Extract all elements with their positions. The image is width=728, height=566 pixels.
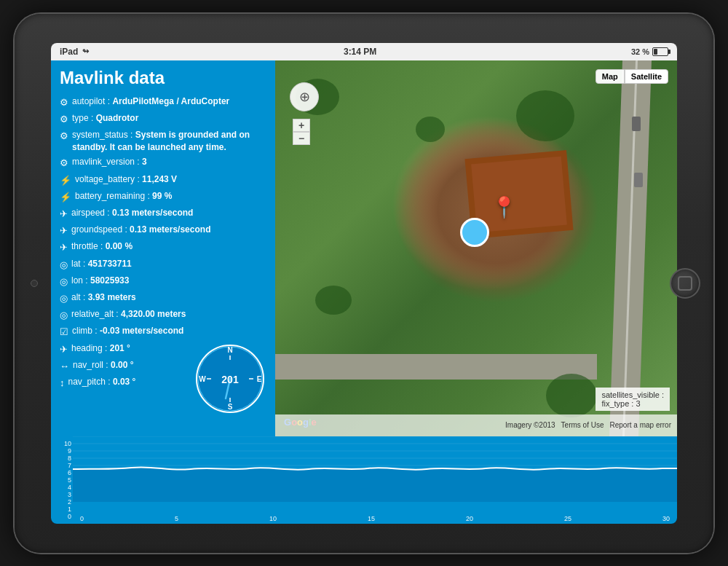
svg-text:201: 201 xyxy=(221,374,239,385)
status-bar-time: 3:14 PM xyxy=(344,47,376,57)
groundspeed-item: ✈ groundspeed : 0.13 meters/second xyxy=(60,224,266,237)
location-icon-4: ◎ xyxy=(60,309,68,322)
x-label-10: 10 xyxy=(269,515,277,522)
plane-icon-3: ✈ xyxy=(60,241,68,254)
battery-percent: 32 % xyxy=(631,47,649,56)
y-label-8: 8 xyxy=(52,455,71,462)
nav-roll-icon: ↔ xyxy=(60,360,69,373)
status-bar: iPad ↬ 3:14 PM 32 % xyxy=(51,43,677,60)
system-status-item: ⚙ system_status : System is grounded and… xyxy=(60,129,266,154)
zoom-in-button[interactable]: + xyxy=(293,119,310,132)
x-label-5: 5 xyxy=(175,515,178,522)
nav-roll-item: ↔ nav_roll : 0.00 ° xyxy=(60,359,188,373)
veg-patch-5 xyxy=(416,117,445,142)
y-label-1: 1 xyxy=(52,506,71,513)
map-footer: Imagery ©2013 Terms of Use Report a map … xyxy=(275,414,677,436)
status-bar-left: iPad ↬ xyxy=(60,47,89,57)
satellite-button[interactable]: Satellite xyxy=(625,69,668,84)
autopilot-item: ⚙ autopilot : ArduPilotMega / ArduCopter xyxy=(60,95,266,109)
car-1 xyxy=(632,117,641,131)
y-label-2: 2 xyxy=(52,498,71,506)
chart-area: 10 9 8 7 6 5 4 3 2 1 0 xyxy=(51,436,677,524)
chart-canvas: 0 5 10 15 20 25 30 xyxy=(73,436,677,524)
y-label-6: 6 xyxy=(52,469,71,476)
sidebar-title: Mavlink data xyxy=(60,68,266,88)
gear-icon-3: ⚙ xyxy=(60,130,68,143)
gear-icon-2: ⚙ xyxy=(60,113,68,126)
car-2 xyxy=(634,173,643,187)
map-button[interactable]: Map xyxy=(596,69,625,84)
gear-icon: ⚙ xyxy=(60,96,68,109)
map-navigation-control[interactable]: ⊕ xyxy=(290,82,319,111)
x-label-20: 20 xyxy=(466,515,473,522)
plane-icon-2: ✈ xyxy=(60,224,68,237)
climb-item: ☑ climb : -0.03 meters/second xyxy=(60,325,266,339)
fix-type-text: fix_type : 3 xyxy=(601,399,664,408)
lightning-icon: ⚡ xyxy=(60,174,71,187)
gear-icon-4: ⚙ xyxy=(60,157,68,170)
veg-patch-4 xyxy=(546,374,597,417)
battery-fill xyxy=(654,49,657,55)
voltage-battery-item: ⚡ voltage_battery : 11,243 V xyxy=(60,173,266,187)
main-content: Mavlink data ⚙ autopilot : ArduPilotMega… xyxy=(51,60,677,524)
map-pin: 📍 xyxy=(491,195,517,219)
report-text[interactable]: Report a map error xyxy=(610,421,671,429)
heading-icon: ✈ xyxy=(60,343,68,356)
y-label-3: 3 xyxy=(52,491,71,498)
terms-text[interactable]: Terms of Use xyxy=(561,421,604,429)
compass-data: ✈ heading : 201 ° ↔ nav_roll : 0.00 ° ↕ … xyxy=(60,342,188,393)
y-label-5: 5 xyxy=(52,476,71,484)
location-icon-2: ◎ xyxy=(60,275,68,288)
plane-icon: ✈ xyxy=(60,208,68,221)
y-label-4: 4 xyxy=(52,484,71,491)
battery-icon xyxy=(652,47,668,56)
relative-alt-item: ◎ relative_alt : 4,320.00 meters xyxy=(60,308,266,322)
y-label-10: 10 xyxy=(52,440,71,447)
satellite-view: 📍 ⊕ + − Map Satellite xyxy=(275,60,677,436)
svg-text:W: W xyxy=(199,375,206,383)
status-bar-right: 32 % xyxy=(631,47,668,56)
zoom-out-button[interactable]: − xyxy=(293,132,310,145)
type-item: ⚙ type : Quadrotor xyxy=(60,112,266,126)
home-button[interactable] xyxy=(670,268,700,299)
map-zoom-controls: + − xyxy=(293,119,310,145)
home-button-inner xyxy=(678,276,692,291)
map-area: 📍 ⊕ + − Map Satellite xyxy=(275,60,677,436)
veg-patch-2 xyxy=(516,90,574,141)
battery-remaining-item: ⚡ battery_remaining : 99 % xyxy=(60,190,266,204)
chart-svg xyxy=(73,436,677,509)
road-bottom xyxy=(275,354,597,380)
checkbox-icon: ☑ xyxy=(60,326,68,339)
camera-dot xyxy=(31,280,38,287)
y-label-0: 0 xyxy=(52,513,71,520)
lightning-icon-2: ⚡ xyxy=(60,191,71,204)
veg-patch-3 xyxy=(315,286,352,315)
sidebar: Mavlink data ⚙ autopilot : ArduPilotMega… xyxy=(51,60,275,436)
x-label-15: 15 xyxy=(368,515,375,522)
svg-text:S: S xyxy=(228,403,233,411)
pool xyxy=(460,218,489,247)
svg-text:E: E xyxy=(257,375,262,383)
map-type-buttons: Map Satellite xyxy=(596,69,668,84)
carrier-label: iPad xyxy=(60,47,78,57)
lat-item: ◎ lat : 451733711 xyxy=(60,258,266,272)
top-section: Mavlink data ⚙ autopilot : ArduPilotMega… xyxy=(51,60,677,436)
airspeed-item: ✈ airspeed : 0.13 meters/second xyxy=(60,207,266,221)
ipad-device: iPad ↬ 3:14 PM 32 % Mavlink data xyxy=(15,14,713,553)
heading-item: ✈ heading : 201 ° xyxy=(60,342,188,356)
screen: iPad ↬ 3:14 PM 32 % Mavlink data xyxy=(51,43,677,524)
chart-y-axis: 10 9 8 7 6 5 4 3 2 1 0 xyxy=(51,436,73,524)
compass: N S E W xyxy=(194,342,266,415)
y-label-7: 7 xyxy=(52,462,71,469)
chart-x-labels: 0 5 10 15 20 25 30 xyxy=(73,515,677,522)
x-label-0: 0 xyxy=(80,515,84,522)
y-label-9: 9 xyxy=(52,447,71,455)
wifi-icon: ↬ xyxy=(82,47,89,56)
nav-pitch-icon: ↕ xyxy=(60,377,65,390)
x-label-30: 30 xyxy=(662,515,670,522)
mavlink-version-item: ⚙ mavlink_version : 3 xyxy=(60,156,266,170)
lon-item: ◎ lon : 58025933 xyxy=(60,275,266,288)
satellites-overlay: satellites_visible : fix_type : 3 xyxy=(596,388,670,411)
x-label-25: 25 xyxy=(564,515,571,522)
imagery-text: Imagery ©2013 xyxy=(505,421,555,429)
